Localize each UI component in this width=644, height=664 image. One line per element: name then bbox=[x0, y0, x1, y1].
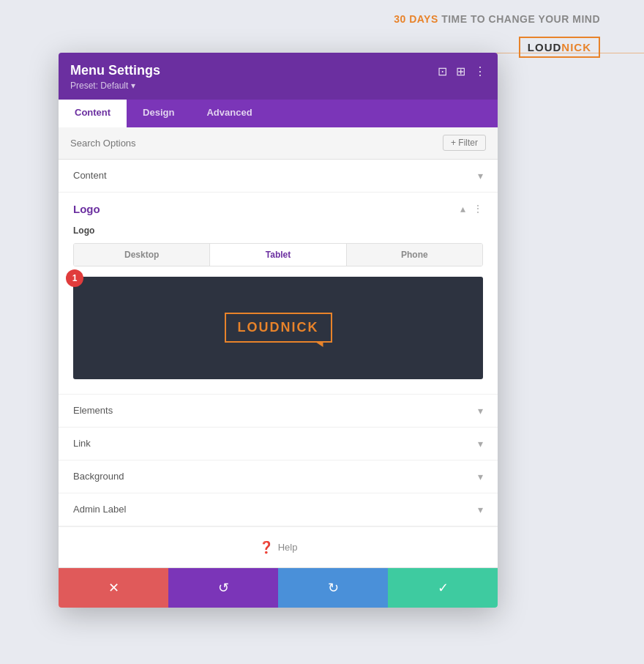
logo-preview: LOUDNICK bbox=[73, 277, 483, 379]
modal-header: Menu Settings Preset: Default ▾ ⊡ ⊞ ⋮ bbox=[59, 53, 498, 100]
tab-phone[interactable]: Phone bbox=[347, 244, 482, 266]
logo-field-label: Logo bbox=[73, 225, 483, 236]
section-elements[interactable]: Elements ▾ bbox=[59, 395, 498, 428]
top-logo: LOUDNICK bbox=[519, 37, 600, 58]
redo-button[interactable]: ↻ bbox=[278, 568, 388, 608]
help-row[interactable]: ❓ Help bbox=[59, 526, 498, 567]
tab-advanced[interactable]: Advanced bbox=[190, 100, 268, 127]
section-background[interactable]: Background ▾ bbox=[59, 460, 498, 493]
preview-loud: LOUD bbox=[238, 320, 281, 335]
modal-footer: ✕ ↺ ↻ ✓ bbox=[59, 567, 498, 608]
preview-nick: NICK bbox=[281, 320, 319, 335]
more-options-icon[interactable]: ⋮ bbox=[473, 203, 483, 215]
logo-section-title: Logo bbox=[73, 203, 100, 215]
undo-button[interactable]: ↺ bbox=[168, 568, 278, 608]
check-icon: ✓ bbox=[438, 580, 449, 596]
more-icon[interactable]: ⋮ bbox=[474, 64, 486, 78]
section-content[interactable]: Content ▾ bbox=[59, 160, 498, 193]
modal-header-icons: ⊡ ⊞ ⋮ bbox=[438, 63, 486, 78]
section-elements-label: Elements bbox=[73, 405, 113, 416]
modal-header-left: Menu Settings Preset: Default ▾ bbox=[70, 63, 160, 91]
modal-preset[interactable]: Preset: Default ▾ bbox=[70, 81, 160, 91]
redo-icon: ↻ bbox=[328, 580, 339, 596]
modal-title: Menu Settings bbox=[70, 63, 160, 79]
help-icon: ❓ bbox=[259, 540, 274, 554]
logo-loud: LOUD bbox=[528, 41, 562, 53]
chevron-down-icon: ▾ bbox=[478, 405, 483, 417]
section-admin-label-text: Admin Label bbox=[73, 504, 126, 515]
modal-panel: Menu Settings Preset: Default ▾ ⊡ ⊞ ⋮ Co… bbox=[59, 53, 498, 608]
logo-section-icons: ▴ ⋮ bbox=[460, 203, 483, 215]
badge-1: 1 bbox=[66, 269, 83, 287]
layout-icon[interactable]: ⊞ bbox=[456, 64, 465, 78]
panel-body: Content ▾ Logo ▴ ⋮ Logo Desktop bbox=[59, 160, 498, 567]
search-bar: + Filter bbox=[59, 127, 498, 160]
chevron-down-icon: ▾ bbox=[478, 170, 483, 182]
focus-icon[interactable]: ⊡ bbox=[438, 64, 447, 78]
chevron-up-icon: ▴ bbox=[460, 203, 465, 215]
logo-section-header[interactable]: Logo ▴ ⋮ bbox=[59, 193, 498, 225]
section-link[interactable]: Link ▾ bbox=[59, 428, 498, 460]
tab-design[interactable]: Design bbox=[127, 100, 190, 127]
device-tabs: Desktop Tablet Phone bbox=[73, 243, 483, 266]
section-admin-label[interactable]: Admin Label ▾ bbox=[59, 493, 498, 526]
days-text: 30 DAYS bbox=[394, 13, 438, 25]
tab-tablet[interactable]: Tablet bbox=[210, 244, 346, 266]
search-input[interactable] bbox=[70, 138, 443, 149]
help-label: Help bbox=[278, 542, 298, 553]
tab-content[interactable]: Content bbox=[59, 100, 127, 127]
top-banner: 30 DAYS TIME TO CHANGE YOUR MIND bbox=[394, 13, 600, 25]
filter-button[interactable]: + Filter bbox=[443, 135, 486, 151]
close-button[interactable]: ✕ bbox=[59, 568, 168, 608]
section-background-label: Background bbox=[73, 471, 124, 482]
logo-inner: LOUDNICK bbox=[225, 313, 332, 343]
tab-desktop[interactable]: Desktop bbox=[74, 244, 210, 266]
section-link-label: Link bbox=[73, 438, 91, 449]
logo-preview-text: LOUDNICK bbox=[238, 320, 319, 335]
section-content-label: Content bbox=[73, 170, 107, 181]
chevron-down-icon: ▾ bbox=[478, 471, 483, 482]
logo-nick: NICK bbox=[561, 41, 591, 53]
chevron-down-icon: ▾ bbox=[478, 504, 483, 515]
modal-tabs: Content Design Advanced bbox=[59, 100, 498, 127]
logo-section: Logo ▴ ⋮ Logo Desktop Tablet Ph bbox=[59, 193, 498, 395]
chevron-down-icon: ▾ bbox=[478, 438, 483, 449]
logo-preview-wrapper: 1 LOUDNICK bbox=[73, 277, 483, 379]
logo-body: Logo Desktop Tablet Phone 1 bbox=[59, 225, 498, 394]
confirm-button[interactable]: ✓ bbox=[388, 568, 498, 608]
banner-text: TIME TO CHANGE YOUR MIND bbox=[441, 13, 600, 25]
close-icon: ✕ bbox=[108, 580, 119, 596]
undo-icon: ↺ bbox=[218, 580, 229, 596]
